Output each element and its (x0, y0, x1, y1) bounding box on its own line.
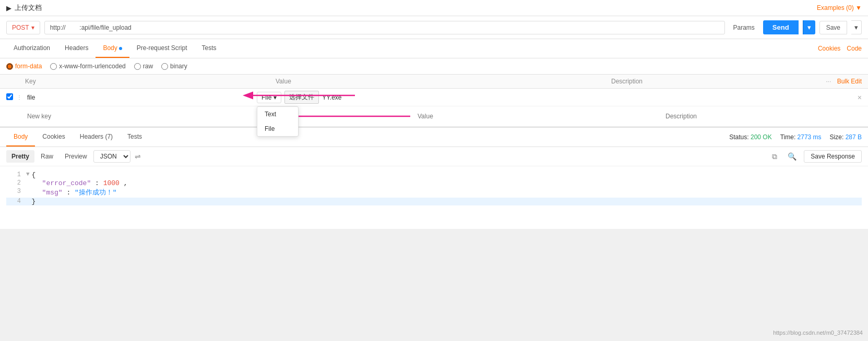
save-button[interactable]: Save (819, 21, 847, 34)
row-close-button[interactable]: × (858, 93, 862, 102)
row-value-cell: File ▾ Text File 选择文件 YY.exe (257, 91, 655, 104)
request-tabs-row: Authorization Headers Body Pre-request S… (0, 39, 868, 58)
code-line-3: 3 "msg" : "操作成功！" (6, 188, 862, 197)
choose-file-button[interactable]: 选择文件 (284, 91, 319, 104)
text-option[interactable]: Text (257, 107, 298, 121)
tab-body[interactable]: Body (96, 39, 129, 58)
bulk-edit-button[interactable]: Bulk Edit (837, 78, 862, 85)
code-line-4: 4 } (6, 198, 862, 205)
response-tab-body[interactable]: Body (6, 128, 35, 147)
format-raw[interactable]: Raw (35, 150, 58, 163)
body-dot (119, 47, 122, 50)
col-actions-header: ··· Bulk Edit (820, 78, 862, 85)
code-link[interactable]: Code (847, 45, 862, 52)
type-dropdown-menu: Text File (257, 106, 299, 137)
save-response-button[interactable]: Save Response (804, 150, 862, 163)
response-actions: ⧉ 🔍 Save Response (769, 150, 862, 163)
size-value: 287 B (846, 133, 862, 141)
tab-headers[interactable]: Headers (57, 39, 96, 58)
type-dropdown-wrapper: File ▾ Text File (257, 92, 281, 103)
code-line-1: 1 ▼ { (6, 171, 862, 179)
new-key-input[interactable] (25, 111, 255, 122)
url-bar: POST ▾ Params Send ▾ Save ▾ (0, 16, 868, 39)
raw-option[interactable]: raw (134, 63, 153, 70)
row-checkbox[interactable] (6, 93, 13, 100)
new-desc-input[interactable] (663, 111, 862, 122)
expand-icon[interactable]: ▶ (6, 4, 11, 12)
request-tabs: Authorization Headers Body Pre-request S… (6, 39, 223, 58)
response-tab-headers[interactable]: Headers (7) (73, 128, 120, 147)
copy-button[interactable]: ⧉ (769, 151, 780, 163)
format-tabs: Pretty Raw Preview JSON ⇌ (6, 150, 144, 163)
table-row: ⋮ file File ▾ Text File 选择文件 YY.exe × (0, 89, 868, 106)
row-checkbox-wrapper (6, 93, 17, 102)
save-dropdown-button[interactable]: ▾ (851, 20, 862, 34)
format-preview[interactable]: Preview (60, 150, 92, 163)
col-value-header: Value (276, 78, 611, 85)
time-label: Time: 2773 ms (780, 133, 822, 141)
new-value-input[interactable] (415, 111, 663, 122)
drag-handle[interactable]: ⋮ (17, 94, 25, 100)
response-status: Status: 200 OK Time: 2773 ms Size: 287 B (729, 133, 862, 141)
url-input[interactable] (44, 21, 725, 34)
response-body: 1 ▼ { 2 "error_code" : 1000 , 3 "msg" : … (0, 166, 868, 229)
body-options: form-data x-www-form-urlencoded raw bina… (0, 58, 868, 75)
file-type-button[interactable]: File ▾ (257, 92, 281, 103)
params-button[interactable]: Params (729, 21, 759, 34)
send-button[interactable]: Send (763, 20, 799, 34)
tab-tests[interactable]: Tests (194, 39, 223, 58)
response-tabs: Body Cookies Headers (7) Tests (6, 128, 149, 147)
row-key-cell: file (27, 94, 257, 101)
response-tab-tests[interactable]: Tests (120, 128, 149, 147)
examples-link[interactable]: Examples (0) ▼ (817, 4, 862, 11)
response-toolbar: Pretty Raw Preview JSON ⇌ ⧉ 🔍 Save Respo… (0, 147, 868, 166)
format-icon-button[interactable]: ⇌ (132, 150, 144, 163)
key-value: file (27, 94, 35, 101)
response-header: Body Cookies Headers (7) Tests Status: 2… (0, 127, 868, 147)
side-links: Cookies Code (818, 45, 862, 52)
top-header: ▶ 上传文档 Examples (0) ▼ (0, 0, 868, 16)
method-button[interactable]: POST ▾ (6, 21, 40, 34)
file-name: YY.exe (322, 94, 341, 101)
response-tab-cookies[interactable]: Cookies (35, 128, 72, 147)
status-value: 200 OK (751, 133, 772, 141)
col-key-header: Key (25, 78, 276, 85)
file-option[interactable]: File (257, 121, 298, 136)
search-button[interactable]: 🔍 (784, 151, 800, 162)
send-dropdown-button[interactable]: ▾ (803, 20, 815, 34)
page-title: ▶ 上传文档 (6, 3, 42, 13)
binary-option[interactable]: binary (161, 63, 187, 70)
new-key-row (0, 106, 868, 127)
table-header: Key Value Description ··· Bulk Edit (0, 75, 868, 89)
code-line-2: 2 "error_code" : 1000 , (6, 179, 862, 187)
form-data-option[interactable]: form-data (6, 63, 42, 70)
tab-authorization[interactable]: Authorization (6, 39, 57, 58)
format-pretty[interactable]: Pretty (6, 150, 34, 163)
time-value: 2773 ms (798, 133, 822, 141)
urlencoded-option[interactable]: x-www-form-urlencoded (50, 63, 125, 70)
cookies-link[interactable]: Cookies (818, 45, 840, 52)
col-desc-header: Description (611, 78, 820, 85)
size-label: Size: 287 B (830, 133, 862, 141)
json-format-select[interactable]: JSON (93, 150, 130, 163)
tab-pre-request[interactable]: Pre-request Script (129, 39, 195, 58)
title-text: 上传文档 (15, 3, 42, 13)
status-label: Status: 200 OK (729, 133, 771, 141)
